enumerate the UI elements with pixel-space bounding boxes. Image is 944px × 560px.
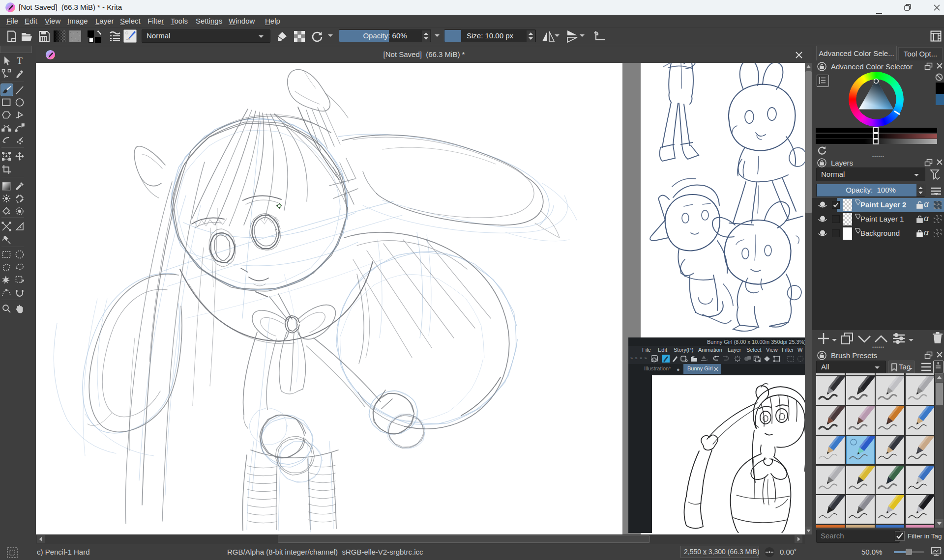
svg-text:T: T	[17, 56, 23, 66]
